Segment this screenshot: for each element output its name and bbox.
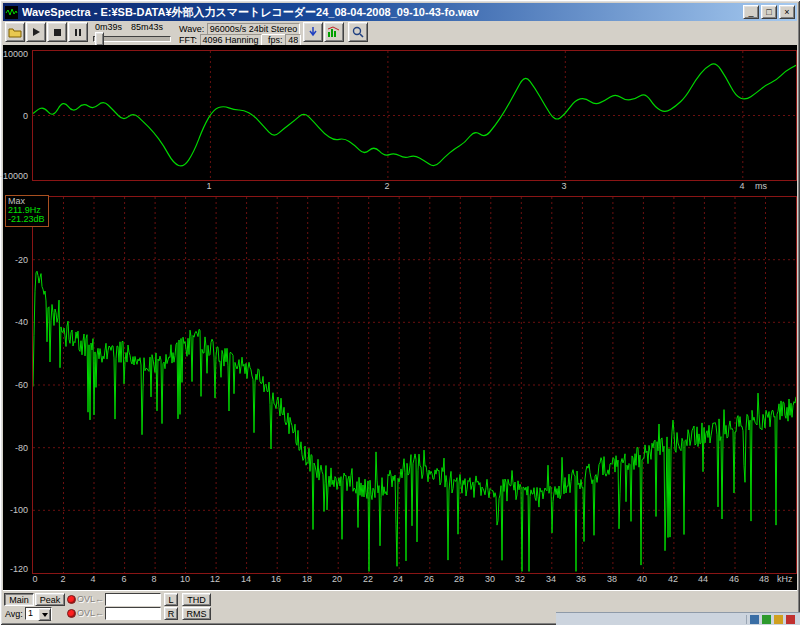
spec-x-tick-label: 18 (302, 574, 312, 584)
avg-select[interactable]: 1 (25, 607, 52, 620)
channel-r-button[interactable]: R (164, 607, 178, 620)
spec-x-tick-label: 34 (546, 574, 556, 584)
play-icon (31, 27, 41, 37)
spec-y-tick-label: -60 (15, 380, 28, 390)
ovl-reset-left[interactable]: OVL← (77, 594, 104, 604)
wave-info-label: Wave: (179, 24, 204, 34)
wavespectra-window: WaveSpectra - E:¥SB-DATA¥外部入力スマートレコーダー24… (0, 0, 800, 625)
taskbar-fragment (556, 612, 800, 625)
pause-button[interactable] (68, 22, 88, 42)
spec-x-tick-label: 32 (515, 574, 525, 584)
position-slider-thumb[interactable] (95, 32, 104, 46)
spec-x-tick-label: 28 (454, 574, 464, 584)
wave-y-tick-label: 0 (23, 111, 28, 121)
spec-x-tick-label: 14 (241, 574, 251, 584)
avg-label: Avg: (5, 609, 23, 619)
waveform-x-unit: ms (755, 181, 767, 191)
wave-y-tick-label: 10000 (3, 49, 28, 59)
spec-x-tick-label: 8 (151, 574, 156, 584)
spec-x-tick-label: 0 (32, 574, 37, 584)
channel-l-button[interactable]: L (164, 593, 178, 606)
charts-area: 100000-10000 ms 1234 Max 211.9Hz -21.23d… (3, 45, 797, 590)
position-slider-track[interactable] (93, 36, 171, 42)
wave-y-tick-label: -10000 (0, 171, 28, 181)
tray-icon-3[interactable] (774, 615, 783, 624)
open-file-button[interactable] (5, 22, 25, 42)
spec-y-tick-label: -40 (15, 317, 28, 327)
ovl-led-right (67, 609, 76, 618)
tray-icon-2[interactable] (762, 615, 771, 624)
maximize-button[interactable]: □ (761, 5, 777, 19)
tray-icon-4[interactable] (786, 615, 795, 624)
spec-x-tick-label: 38 (607, 574, 617, 584)
dropdown-arrow-icon[interactable] (38, 608, 51, 621)
spec-x-tick-label: 6 (121, 574, 126, 584)
spec-y-tick-label: -120 (10, 564, 28, 574)
fft-info-label: FFT: (179, 35, 197, 45)
spec-y-tick-label: -80 (15, 443, 28, 453)
scale-toggle-button[interactable] (303, 22, 323, 42)
play-button[interactable] (26, 22, 46, 42)
readout-field-right[interactable] (105, 607, 161, 620)
db-scale-icon (306, 26, 320, 38)
ovl-led-left (67, 595, 76, 604)
spec-x-tick-label: 48 (759, 574, 769, 584)
spectrum-trace (33, 271, 796, 571)
titlebar[interactable]: WaveSpectra - E:¥SB-DATA¥外部入力スマートレコーダー24… (3, 3, 797, 21)
display-mode-button[interactable] (324, 22, 344, 42)
max-readout: Max 211.9Hz -21.23dB (5, 195, 49, 227)
spec-y-tick-label: -20 (15, 255, 28, 265)
spec-x-tick-label: 42 (668, 574, 678, 584)
waveform-x-axis: ms 1234 (32, 181, 797, 191)
wave-x-tick-label: 2 (384, 181, 389, 191)
spec-x-tick-label: 2 (60, 574, 65, 584)
peak-button[interactable]: Peak (35, 593, 65, 606)
window-title: WaveSpectra - E:¥SB-DATA¥外部入力スマートレコーダー24… (22, 5, 741, 20)
wave-x-tick-label: 3 (561, 181, 566, 191)
spec-x-tick-label: 22 (363, 574, 373, 584)
spectrum-x-axis: kHz 024681012141618202224262830323436384… (32, 574, 797, 584)
spec-x-tick-label: 26 (424, 574, 434, 584)
ovl-reset-right[interactable]: OVL← (77, 608, 104, 618)
minimize-button[interactable]: _ (743, 5, 759, 19)
thd-button[interactable]: THD (182, 593, 211, 606)
wave-x-tick-label: 4 (739, 181, 744, 191)
close-button[interactable]: × (779, 5, 795, 19)
spec-x-tick-label: 10 (180, 574, 190, 584)
spectrum-plot (32, 196, 797, 574)
rms-button[interactable]: RMS (182, 607, 211, 620)
fps-label: fps: (268, 35, 283, 45)
tray-separator (746, 615, 747, 624)
readout-field-left[interactable] (105, 593, 161, 606)
toolbar: 0m39s 85m43s Wave: 96000s/s 24bit Stereo… (3, 21, 797, 46)
stop-icon (52, 27, 62, 37)
spec-x-tick-label: 16 (271, 574, 281, 584)
spec-x-tick-label: 44 (698, 574, 708, 584)
magnifier-icon (352, 26, 364, 38)
wave-x-tick-label: 1 (206, 181, 211, 191)
stop-button[interactable] (47, 22, 67, 42)
app-icon (5, 6, 18, 19)
folder-icon (8, 27, 22, 38)
tray-icon-1[interactable] (750, 615, 759, 624)
main-button[interactable]: Main (4, 593, 34, 606)
settings-button[interactable] (348, 22, 368, 42)
spectrum-y-axis: 0dB-20-40-60-80-100-120 (3, 196, 30, 572)
avg-select-value: 1 (28, 608, 33, 618)
spec-x-tick-label: 4 (90, 574, 95, 584)
pause-icon (73, 27, 83, 37)
waveform-y-axis: 100000-10000 (3, 50, 30, 179)
spec-x-tick-label: 20 (332, 574, 342, 584)
waveform-svg (33, 51, 796, 180)
spec-x-tick-label: 24 (393, 574, 403, 584)
spec-x-tick-label: 46 (729, 574, 739, 584)
spec-x-tick-label: 36 (576, 574, 586, 584)
waveform-trace (33, 64, 796, 166)
time-total-label: 85m43s (131, 22, 163, 32)
spec-x-tick-label: 30 (485, 574, 495, 584)
spectrum-mode-icon (327, 26, 341, 38)
spec-y-tick-label: -100 (10, 505, 28, 515)
waveform-plot (32, 50, 797, 181)
spectrum-x-unit: kHz (777, 574, 793, 584)
time-current-label: 0m39s (95, 22, 122, 32)
